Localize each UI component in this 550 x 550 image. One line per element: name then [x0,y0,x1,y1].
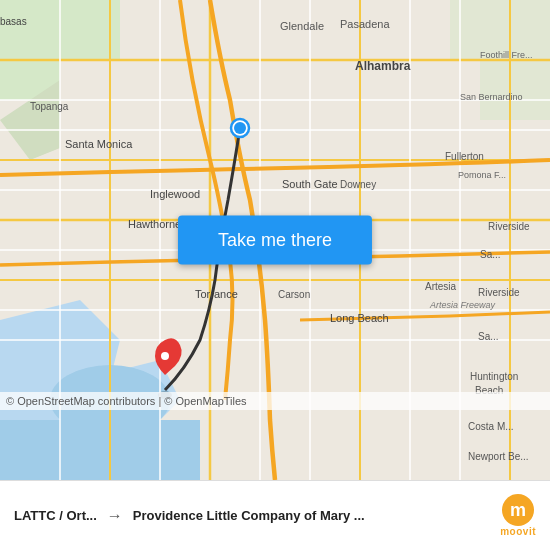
svg-text:Santa Monica: Santa Monica [65,138,133,150]
svg-text:Sa...: Sa... [478,331,499,342]
svg-text:Artesia: Artesia [425,281,457,292]
map-container: Glendale Pasadena Alhambra Topanga Santa… [0,0,550,480]
to-location: Providence Little Company of Mary ... [133,508,365,523]
svg-text:Fullerton: Fullerton [445,151,484,162]
take-me-there-overlay: Take me there [178,216,372,265]
svg-text:basas: basas [0,16,27,27]
svg-point-60 [161,352,169,360]
svg-text:Riverside: Riverside [478,287,520,298]
svg-text:Long Beach: Long Beach [330,312,389,324]
svg-text:Torrance: Torrance [195,288,238,300]
location-info: LATTC / Ort... → Providence Little Compa… [14,507,492,525]
svg-text:Inglewood: Inglewood [150,188,200,200]
svg-point-58 [234,122,246,134]
svg-text:Topanga: Topanga [30,101,69,112]
moovit-logo: m moovit [500,494,536,537]
svg-text:Foothill Fre...: Foothill Fre... [480,50,533,60]
svg-text:Riverside: Riverside [488,221,530,232]
to-label: Providence Little Company of Mary ... [133,508,365,523]
take-me-there-button[interactable]: Take me there [178,216,372,265]
svg-text:Costa M...: Costa M... [468,421,514,432]
from-location: LATTC / Ort... [14,508,97,523]
bottom-bar: LATTC / Ort... → Providence Little Compa… [0,480,550,550]
svg-text:Glendale: Glendale [280,20,324,32]
svg-text:Alhambra: Alhambra [355,59,411,73]
svg-text:Carson: Carson [278,289,310,300]
svg-text:San Bernardino: San Bernardino [460,92,523,102]
svg-rect-9 [0,420,200,480]
moovit-m-icon: m [502,494,534,526]
svg-text:Pomona F...: Pomona F... [458,170,506,180]
svg-text:Artesia Freeway: Artesia Freeway [429,300,496,310]
svg-text:South Gate: South Gate [282,178,338,190]
svg-text:Hawthorne: Hawthorne [128,218,181,230]
attribution-text: © OpenStreetMap contributors | © OpenMap… [6,395,247,407]
svg-text:Huntington: Huntington [470,371,518,382]
arrow-icon: → [107,507,123,525]
moovit-text: moovit [500,526,536,537]
svg-text:Sa...: Sa... [480,249,501,260]
svg-text:Newport Be...: Newport Be... [468,451,529,462]
from-label: LATTC / Ort... [14,508,97,523]
svg-text:Downey: Downey [340,179,376,190]
map-attribution: © OpenStreetMap contributors | © OpenMap… [0,392,550,410]
svg-text:Pasadena: Pasadena [340,18,390,30]
